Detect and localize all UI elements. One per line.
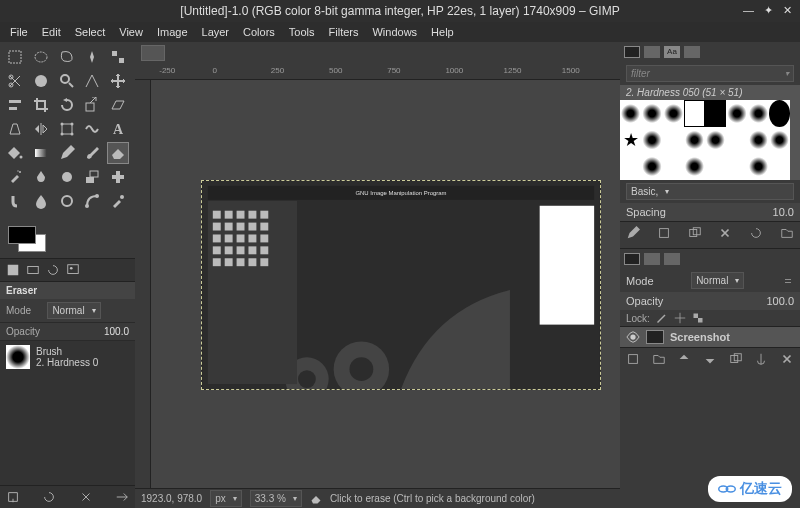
- rotate-tool[interactable]: [56, 94, 78, 116]
- lower-layer-icon[interactable]: [703, 352, 717, 366]
- scissors-tool[interactable]: [4, 70, 26, 92]
- flip-tool[interactable]: [30, 118, 52, 140]
- shear-tool[interactable]: [107, 94, 129, 116]
- delete-preset-icon[interactable]: [79, 490, 93, 504]
- smudge-tool[interactable]: [4, 190, 26, 212]
- lock-position-icon[interactable]: [674, 312, 686, 324]
- layer-name[interactable]: Screenshot: [670, 331, 730, 343]
- maximize-button[interactable]: ✦: [764, 4, 773, 17]
- pencil-tool[interactable]: [56, 142, 78, 164]
- duplicate-layer-icon[interactable]: [729, 352, 743, 366]
- device-status-tab-icon[interactable]: [26, 263, 40, 277]
- menu-select[interactable]: Select: [69, 24, 112, 40]
- brush-preset-dropdown[interactable]: Basic,: [626, 183, 794, 200]
- open-brush-icon[interactable]: [780, 226, 794, 240]
- close-button[interactable]: ✕: [783, 4, 792, 17]
- mode-reset-icon[interactable]: [117, 305, 129, 317]
- ellipse-select-tool[interactable]: [30, 46, 52, 68]
- reset-preset-icon[interactable]: [115, 490, 129, 504]
- menu-image[interactable]: Image: [151, 24, 194, 40]
- layer-row[interactable]: Screenshot: [620, 327, 800, 347]
- refresh-brush-icon[interactable]: [749, 226, 763, 240]
- tool-options-tab-icon[interactable]: [6, 263, 20, 277]
- menu-edit[interactable]: Edit: [36, 24, 67, 40]
- image-tab[interactable]: [141, 45, 165, 61]
- eraser-tool[interactable]: [107, 142, 129, 164]
- patterns-tab[interactable]: [644, 46, 660, 58]
- menu-file[interactable]: File: [4, 24, 34, 40]
- opacity-value[interactable]: 100.0: [104, 326, 129, 337]
- zoom-tool[interactable]: [56, 70, 78, 92]
- brush-thumbnail[interactable]: [6, 345, 30, 369]
- delete-layer-icon[interactable]: [780, 352, 794, 366]
- heal-tool[interactable]: [107, 166, 129, 188]
- blend-tool[interactable]: [30, 142, 52, 164]
- brush-filter-input[interactable]: filter: [626, 65, 794, 82]
- layers-tab[interactable]: [624, 253, 640, 265]
- menu-layer[interactable]: Layer: [196, 24, 236, 40]
- mypaint-tool[interactable]: [56, 166, 78, 188]
- perspective-tool[interactable]: [4, 118, 26, 140]
- lock-pixels-icon[interactable]: [656, 312, 668, 324]
- delete-brush-icon[interactable]: [718, 226, 732, 240]
- layer-thumbnail[interactable]: [646, 330, 664, 344]
- brush-grid[interactable]: ★: [620, 100, 790, 180]
- layer-mode-dropdown[interactable]: Normal: [691, 272, 744, 289]
- save-preset-icon[interactable]: [6, 490, 20, 504]
- ink-tool[interactable]: [30, 166, 52, 188]
- canvas[interactable]: GNU Image Manipulation Program: [151, 80, 620, 488]
- unit-dropdown[interactable]: px: [210, 490, 242, 507]
- visibility-toggle-icon[interactable]: [626, 330, 640, 344]
- fg-color-swatch[interactable]: [8, 226, 36, 244]
- brushes-tab[interactable]: [624, 46, 640, 58]
- history-tab[interactable]: [684, 46, 700, 58]
- by-color-select-tool[interactable]: [107, 46, 129, 68]
- cage-tool[interactable]: [56, 118, 78, 140]
- brush-scrollbar[interactable]: [790, 100, 800, 180]
- layer-mode-switch-icon[interactable]: [782, 275, 794, 287]
- mode-dropdown[interactable]: Normal: [47, 302, 100, 319]
- color-picker-tool[interactable]: [107, 190, 129, 212]
- menu-help[interactable]: Help: [425, 24, 460, 40]
- new-group-icon[interactable]: [652, 352, 666, 366]
- airbrush-tool[interactable]: [4, 166, 26, 188]
- crop-tool[interactable]: [30, 94, 52, 116]
- zoom-dropdown[interactable]: 33.3 %: [250, 490, 302, 507]
- align-tool[interactable]: [4, 94, 26, 116]
- duplicate-brush-icon[interactable]: [688, 226, 702, 240]
- warp-tool[interactable]: [81, 118, 103, 140]
- menu-view[interactable]: View: [113, 24, 149, 40]
- channels-tab[interactable]: [644, 253, 660, 265]
- spacing-value[interactable]: 10.0: [773, 206, 794, 218]
- paths-tab[interactable]: [664, 253, 680, 265]
- restore-preset-icon[interactable]: [42, 490, 56, 504]
- layer-opacity-value[interactable]: 100.0: [766, 295, 794, 307]
- menu-windows[interactable]: Windows: [366, 24, 423, 40]
- bucket-fill-tool[interactable]: [4, 142, 26, 164]
- move-tool[interactable]: [107, 70, 129, 92]
- clone-tool[interactable]: [81, 166, 103, 188]
- edit-brush-icon[interactable]: [626, 226, 640, 240]
- paths-tool[interactable]: [81, 190, 103, 212]
- menu-colors[interactable]: Colors: [237, 24, 281, 40]
- paintbrush-tool[interactable]: [81, 142, 103, 164]
- new-brush-icon[interactable]: [657, 226, 671, 240]
- fuzzy-select-tool[interactable]: [81, 46, 103, 68]
- rect-select-tool[interactable]: [4, 46, 26, 68]
- dodge-tool[interactable]: [56, 190, 78, 212]
- blur-tool[interactable]: [30, 190, 52, 212]
- measure-tool[interactable]: [81, 70, 103, 92]
- images-tab-icon[interactable]: [66, 263, 80, 277]
- raise-layer-icon[interactable]: [677, 352, 691, 366]
- minimize-button[interactable]: —: [743, 4, 754, 17]
- menu-tools[interactable]: Tools: [283, 24, 321, 40]
- undo-history-tab-icon[interactable]: [46, 263, 60, 277]
- free-select-tool[interactable]: [56, 46, 78, 68]
- new-layer-icon[interactable]: [626, 352, 640, 366]
- menu-filters[interactable]: Filters: [323, 24, 365, 40]
- lock-alpha-icon[interactable]: [692, 312, 704, 324]
- scale-tool[interactable]: [81, 94, 103, 116]
- foreground-select-tool[interactable]: [30, 70, 52, 92]
- fonts-tab[interactable]: Aa: [664, 46, 680, 58]
- anchor-layer-icon[interactable]: [754, 352, 768, 366]
